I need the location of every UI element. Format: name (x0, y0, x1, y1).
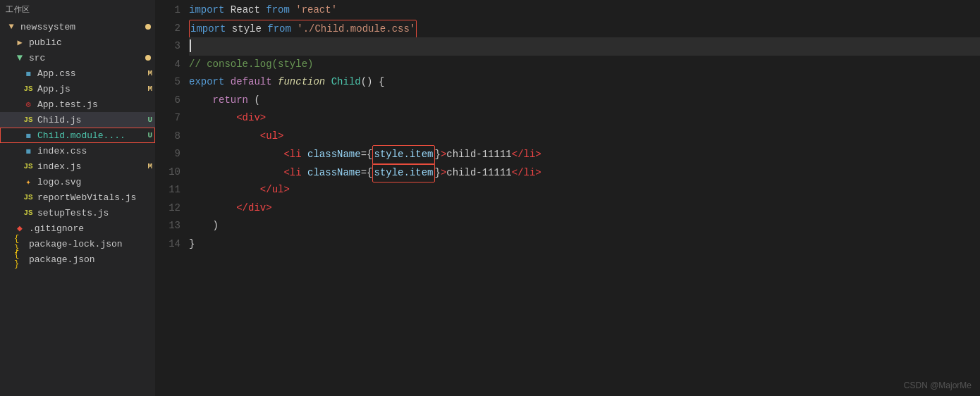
sidebar-item-logosvg[interactable]: ✦ logo.svg (0, 174, 155, 190)
untracked-badge: U (147, 131, 152, 140)
sidebar-item-label: public (29, 37, 152, 48)
sidebar-item-appcss[interactable]: ◼ App.css M (0, 66, 155, 81)
test-icon: ⚙ (23, 99, 34, 110)
svg-icon: ✦ (23, 176, 34, 187)
code-line-4: // console.log(style) (189, 56, 980, 74)
sidebar-item-label: index.css (37, 146, 152, 156)
sidebar-item-appjs[interactable]: JS App.js M (0, 81, 155, 97)
sidebar-item-label: package-lock.json (29, 239, 152, 249)
line-number: 12 (155, 199, 180, 218)
line-number: 2 (155, 20, 180, 38)
untracked-badge: U (147, 116, 152, 124)
sidebar-item-label: .gitignore (29, 223, 152, 234)
sidebar-item-indexjs[interactable]: JS index.js M (0, 159, 155, 174)
line-number: 6 (155, 92, 180, 110)
sidebar-item-label: App.test.js (37, 99, 152, 110)
modified-badge: M (147, 69, 152, 78)
modified-dot (145, 55, 151, 61)
sidebar-item-childmodulecss[interactable]: ◼ Child.module.... U (0, 128, 155, 143)
sidebar-item-label: index.js (37, 161, 145, 172)
src-folder-icon: ▼ (14, 52, 25, 63)
js-icon: JS (23, 83, 34, 94)
sidebar-header: 工作区 (0, 0, 155, 19)
sidebar-item-label: src (29, 53, 152, 63)
css-icon: ◼ (23, 145, 34, 156)
folder-icon: ▼ (6, 21, 17, 32)
code-line-14: } (189, 235, 980, 254)
line-number: 1 (155, 1, 180, 20)
css-icon: ◼ (23, 68, 34, 79)
sidebar-item-label: package.json (29, 254, 152, 265)
line-numbers: 1 2 3 4 5 6 7 8 9 10 11 12 13 14 (155, 0, 189, 396)
sidebar-item-label: setupTests.js (37, 208, 152, 218)
code-editor: 1 2 3 4 5 6 7 8 9 10 11 12 13 14 import … (155, 0, 980, 396)
sidebar-item-reportwebvitalsjs[interactable]: JS reportWebVitals.js (0, 190, 155, 205)
line-number: 10 (155, 163, 180, 182)
code-line-3 (189, 37, 980, 56)
modified-badge: M (147, 162, 152, 171)
modified-dot (145, 24, 151, 30)
text-cursor (190, 39, 191, 52)
folder-icon: ▶ (14, 37, 25, 48)
line-number: 9 (155, 145, 180, 163)
js-icon: JS (23, 192, 34, 203)
code-line-6: return ( (189, 92, 980, 110)
modified-badge: M (147, 85, 152, 93)
line-number: 3 (155, 37, 180, 56)
code-line-7: <div> (189, 109, 980, 128)
sidebar-item-label: newssystem (20, 22, 152, 32)
sidebar-item-newssystem[interactable]: ▼ newssystem (0, 19, 155, 35)
code-line-1: import React from 'react' (189, 1, 980, 20)
git-icon: ◆ (14, 223, 25, 234)
js-icon: JS (23, 114, 34, 125)
code-line-12: </div> (189, 199, 980, 218)
json-icon: { } (14, 254, 25, 265)
line-number: 4 (155, 56, 180, 74)
file-explorer: 工作区 ▼ newssystem ▶ public ▼ src ◼ App.cs… (0, 0, 155, 396)
watermark: CSDN @MajorMe (904, 380, 972, 390)
sidebar-item-label: Child.module.... (37, 130, 145, 141)
line-number: 7 (155, 109, 180, 128)
code-line-5: export default function Child() { (189, 73, 980, 92)
sidebar-item-childjs[interactable]: JS Child.js U (0, 112, 155, 128)
sidebar-item-label: Child.js (37, 115, 145, 125)
sidebar-item-src[interactable]: ▼ src (0, 50, 155, 66)
line-number: 5 (155, 73, 180, 92)
line-number: 11 (155, 181, 180, 199)
sidebar-item-label: logo.svg (37, 177, 152, 187)
js-icon: JS (23, 161, 34, 172)
sidebar-item-label: reportWebVitals.js (37, 192, 152, 203)
sidebar-item-apptestjs[interactable]: ⚙ App.test.js (0, 97, 155, 112)
sidebar-item-public[interactable]: ▶ public (0, 35, 155, 50)
code-line-8: <ul> (189, 128, 980, 146)
css-icon: ◼ (23, 130, 34, 141)
sidebar-item-packagejson[interactable]: { } package.json (0, 252, 155, 267)
sidebar-item-label: App.js (37, 84, 145, 94)
sidebar-item-indexcss[interactable]: ◼ index.css (0, 143, 155, 159)
line-number: 13 (155, 217, 180, 235)
js-icon: JS (23, 207, 34, 218)
code-line-11: </ul> (189, 181, 980, 199)
code-lines[interactable]: import React from 'react' import style f… (189, 0, 980, 396)
code-line-9: <li className={style.item}>child-11111</… (189, 145, 980, 163)
sidebar-item-label: App.css (37, 68, 145, 79)
sidebar-item-setuptestsjs[interactable]: JS setupTests.js (0, 205, 155, 221)
code-area: 1 2 3 4 5 6 7 8 9 10 11 12 13 14 import … (155, 0, 980, 396)
code-line-2: import style from './Child.module.css' (189, 20, 980, 38)
code-line-13: ) (189, 217, 980, 235)
line-number: 8 (155, 128, 180, 146)
json-icon: { } (14, 238, 25, 249)
code-line-10: <li className={style.item}>child-11111</… (189, 163, 980, 182)
line-number: 14 (155, 235, 180, 254)
